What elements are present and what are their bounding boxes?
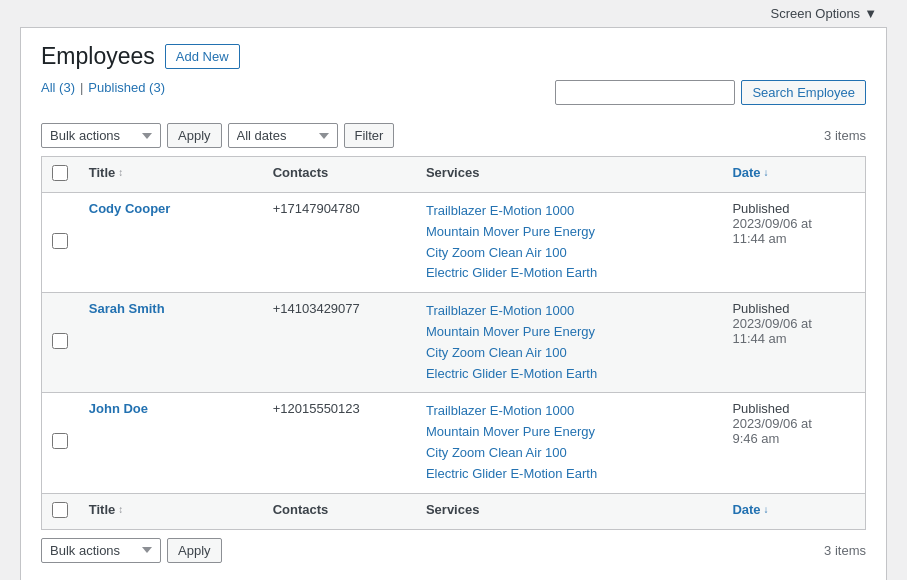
date-footer-sort-link[interactable]: Date ↓: [732, 502, 768, 517]
row-checkbox[interactable]: [52, 333, 68, 349]
date-footer-header: Date ↓: [722, 493, 865, 529]
date-sort-icon: ↓: [764, 167, 769, 178]
title-column-header: Title ↕: [79, 157, 263, 193]
service-link[interactable]: Mountain Mover Pure Energy: [426, 422, 713, 443]
select-all-footer-checkbox[interactable]: [52, 502, 68, 518]
title-footer-header: Title ↕: [79, 493, 263, 529]
filter-separator: |: [80, 80, 83, 95]
select-all-checkbox[interactable]: [52, 165, 68, 181]
search-input[interactable]: [555, 80, 735, 105]
row-checkbox-cell: [42, 393, 79, 493]
status-filter-nav: All (3) | Published (3): [41, 80, 165, 95]
contacts-column-header: Contacts: [263, 157, 416, 193]
date-footer-sort-icon: ↓: [764, 504, 769, 515]
employee-name-link[interactable]: John Doe: [89, 401, 148, 416]
table-footer-row: Title ↕ Contacts Services Date ↓: [42, 493, 866, 529]
tablenav-left: Bulk actions Apply All dates Filter: [41, 123, 394, 148]
employee-services-cell: Trailblazer E-Motion 1000Mountain Mover …: [416, 393, 723, 493]
add-new-button[interactable]: Add New: [165, 44, 240, 69]
page-title: Employees: [41, 43, 155, 70]
employee-name-cell: Sarah Smith: [79, 293, 263, 393]
row-checkbox[interactable]: [52, 433, 68, 449]
title-sort-icon: ↕: [118, 167, 123, 178]
service-link[interactable]: Electric Glider E-Motion Earth: [426, 364, 713, 385]
employee-contact-cell: +12015550123: [263, 393, 416, 493]
bottom-tablenav: Bulk actions Apply 3 items: [41, 538, 866, 563]
published-filter-link[interactable]: Published (3): [88, 80, 165, 95]
employee-name-cell: Cody Cooper: [79, 193, 263, 293]
service-link[interactable]: Trailblazer E-Motion 1000: [426, 301, 713, 322]
publish-date: 2023/09/06 at: [732, 416, 855, 431]
published-filter[interactable]: Published (3): [88, 80, 165, 95]
title-sort-link[interactable]: Title ↕: [89, 165, 124, 180]
service-link[interactable]: Electric Glider E-Motion Earth: [426, 464, 713, 485]
publish-status: Published: [732, 201, 855, 216]
services-column-header: Services: [416, 157, 723, 193]
employee-contact-cell: +14103429077: [263, 293, 416, 393]
apply-button-bottom[interactable]: Apply: [167, 538, 222, 563]
employee-name-link[interactable]: Sarah Smith: [89, 301, 165, 316]
bottom-items-count: 3 items: [824, 543, 866, 558]
items-count-bottom: 3 items: [824, 543, 866, 558]
row-checkbox-cell: [42, 293, 79, 393]
bottom-tablenav-left: Bulk actions Apply: [41, 538, 222, 563]
table-row: Cody Cooper+17147904780Trailblazer E-Mot…: [42, 193, 866, 293]
table-row: John Doe+12015550123Trailblazer E-Motion…: [42, 393, 866, 493]
service-link[interactable]: City Zoom Clean Air 100: [426, 443, 713, 464]
dates-select[interactable]: All dates: [228, 123, 338, 148]
publish-time: 11:44 am: [732, 331, 855, 346]
employee-date-cell: Published2023/09/06 at11:44 am: [722, 293, 865, 393]
service-link[interactable]: City Zoom Clean Air 100: [426, 343, 713, 364]
table-header-row: Title ↕ Contacts Services Date ↓: [42, 157, 866, 193]
items-count-top: 3 items: [824, 128, 866, 143]
contacts-footer-header: Contacts: [263, 493, 416, 529]
page-header: Employees Add New: [41, 43, 866, 70]
publish-time: 9:46 am: [732, 431, 855, 446]
service-link[interactable]: Mountain Mover Pure Energy: [426, 222, 713, 243]
employee-services-cell: Trailblazer E-Motion 1000Mountain Mover …: [416, 293, 723, 393]
top-controls: All (3) | Published (3) Search Employee: [41, 80, 866, 117]
date-sort-link[interactable]: Date ↓: [732, 165, 768, 180]
all-filter-link[interactable]: All (3): [41, 80, 75, 95]
bulk-actions-select-top[interactable]: Bulk actions: [41, 123, 161, 148]
filter-button[interactable]: Filter: [344, 123, 395, 148]
table-body: Cody Cooper+17147904780Trailblazer E-Mot…: [42, 193, 866, 494]
publish-date: 2023/09/06 at: [732, 316, 855, 331]
publish-status: Published: [732, 301, 855, 316]
all-filter[interactable]: All (3): [41, 80, 75, 95]
bulk-actions-select-bottom[interactable]: Bulk actions: [41, 538, 161, 563]
search-area: Search Employee: [555, 80, 866, 105]
row-checkbox[interactable]: [52, 233, 68, 249]
employee-contact-cell: +17147904780: [263, 193, 416, 293]
table-head: Title ↕ Contacts Services Date ↓: [42, 157, 866, 193]
title-footer-sort-link[interactable]: Title ↕: [89, 502, 124, 517]
row-checkbox-cell: [42, 193, 79, 293]
publish-time: 11:44 am: [732, 231, 855, 246]
select-all-footer-column: [42, 493, 79, 529]
screen-options-label: Screen Options: [771, 6, 861, 21]
employees-table: Title ↕ Contacts Services Date ↓: [41, 156, 866, 530]
service-link[interactable]: Electric Glider E-Motion Earth: [426, 263, 713, 284]
apply-button-top[interactable]: Apply: [167, 123, 222, 148]
employee-date-cell: Published2023/09/06 at9:46 am: [722, 393, 865, 493]
select-all-column: [42, 157, 79, 193]
screen-options-button[interactable]: Screen Options ▼: [761, 0, 887, 27]
employee-name-cell: John Doe: [79, 393, 263, 493]
table-row: Sarah Smith+14103429077Trailblazer E-Mot…: [42, 293, 866, 393]
service-link[interactable]: Mountain Mover Pure Energy: [426, 322, 713, 343]
employee-name-link[interactable]: Cody Cooper: [89, 201, 171, 216]
service-link[interactable]: City Zoom Clean Air 100: [426, 243, 713, 264]
top-tablenav: Bulk actions Apply All dates Filter 3 it…: [41, 123, 866, 148]
service-link[interactable]: Trailblazer E-Motion 1000: [426, 401, 713, 422]
employee-services-cell: Trailblazer E-Motion 1000Mountain Mover …: [416, 193, 723, 293]
publish-date: 2023/09/06 at: [732, 216, 855, 231]
services-footer-header: Services: [416, 493, 723, 529]
date-column-header: Date ↓: [722, 157, 865, 193]
search-employee-button[interactable]: Search Employee: [741, 80, 866, 105]
publish-status: Published: [732, 401, 855, 416]
tablenav-right: 3 items: [824, 128, 866, 143]
service-link[interactable]: Trailblazer E-Motion 1000: [426, 201, 713, 222]
title-footer-sort-icon: ↕: [118, 504, 123, 515]
table-foot: Title ↕ Contacts Services Date ↓: [42, 493, 866, 529]
employee-date-cell: Published2023/09/06 at11:44 am: [722, 193, 865, 293]
